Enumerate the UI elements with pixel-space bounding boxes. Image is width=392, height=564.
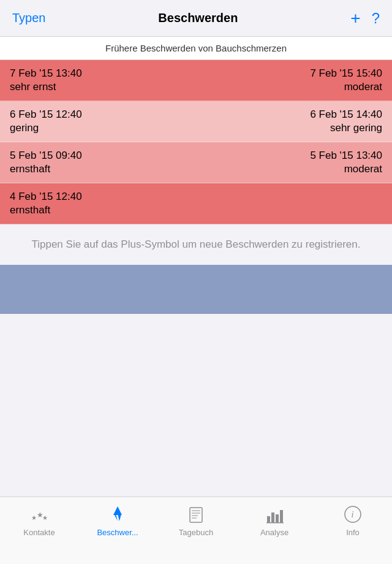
beschwerden-icon xyxy=(107,503,129,525)
complaints-list: 7 Feb '15 13:40 sehr ernst 7 Feb '15 15:… xyxy=(0,60,392,224)
svg-rect-11 xyxy=(267,516,270,522)
header-actions: + ? xyxy=(350,10,380,27)
analyse-icon xyxy=(263,503,285,525)
tagebuch-icon xyxy=(185,503,207,525)
end-severity: moderat xyxy=(344,81,382,93)
tab-beschwerden[interactable]: Beschwer... xyxy=(87,503,148,537)
tab-kontakte[interactable]: ★ ★ ★ Kontakte xyxy=(9,503,70,537)
info-icon: i xyxy=(342,503,364,525)
svg-text:i: i xyxy=(352,510,354,519)
start-date: 6 Feb '15 12:40 xyxy=(10,109,82,121)
add-button[interactable]: + xyxy=(350,10,360,27)
svg-rect-13 xyxy=(276,514,279,522)
start-severity: ernsthaft xyxy=(10,163,82,175)
list-item[interactable]: 7 Feb '15 13:40 sehr ernst 7 Feb '15 15:… xyxy=(0,60,392,101)
start-date: 7 Feb '15 13:40 xyxy=(10,67,82,80)
tab-analyse[interactable]: Analyse xyxy=(244,503,305,537)
tab-label-tagebuch: Tagebuch xyxy=(179,528,213,537)
list-item[interactable]: 4 Feb '15 12:40 ernsthaft xyxy=(0,183,392,224)
tab-label-kontakte: Kontakte xyxy=(23,528,55,537)
svg-text:★: ★ xyxy=(42,514,48,521)
end-date: 6 Feb '15 14:40 xyxy=(310,109,382,121)
svg-marker-3 xyxy=(113,506,122,515)
end-date: 7 Feb '15 15:40 xyxy=(310,67,382,80)
tab-info[interactable]: i Info xyxy=(322,503,383,537)
tab-label-analyse: Analyse xyxy=(260,528,288,537)
kontakte-icon: ★ ★ ★ xyxy=(28,503,50,525)
section-header: Frühere Beschwerden von Bauchschmerzen xyxy=(0,37,392,60)
start-severity: gering xyxy=(10,122,82,134)
svg-rect-6 xyxy=(190,508,202,522)
svg-marker-5 xyxy=(118,514,121,521)
svg-rect-15 xyxy=(266,522,284,524)
tab-bar: ★ ★ ★ Kontakte Beschwer... xyxy=(0,497,392,564)
svg-rect-14 xyxy=(280,510,283,522)
tab-label-info: Info xyxy=(346,528,360,537)
hint-area: Tippen Sie auf das Plus-Symbol um neue B… xyxy=(0,224,392,265)
list-item[interactable]: 5 Feb '15 09:40 ernsthaft 5 Feb '15 13:4… xyxy=(0,142,392,183)
start-severity: ernsthaft xyxy=(10,204,82,216)
svg-rect-12 xyxy=(271,513,274,522)
end-severity: moderat xyxy=(344,163,382,175)
header: Typen Beschwerden + ? xyxy=(0,0,392,37)
start-severity: sehr ernst xyxy=(10,81,82,93)
svg-text:★: ★ xyxy=(31,514,37,521)
page-title: Beschwerden xyxy=(158,11,238,25)
tab-tagebuch[interactable]: Tagebuch xyxy=(165,503,227,537)
hint-text: Tippen Sie auf das Plus-Symbol um neue B… xyxy=(31,238,360,250)
decorative-bar xyxy=(0,265,392,314)
end-severity: sehr gering xyxy=(330,122,382,134)
tab-label-beschwerden: Beschwer... xyxy=(97,528,138,537)
typen-button[interactable]: Typen xyxy=(12,11,45,25)
help-button[interactable]: ? xyxy=(372,10,380,27)
list-item[interactable]: 6 Feb '15 12:40 gering 6 Feb '15 14:40 s… xyxy=(0,101,392,142)
start-date: 4 Feb '15 12:40 xyxy=(10,191,82,203)
end-date: 5 Feb '15 13:40 xyxy=(310,150,382,162)
start-date: 5 Feb '15 09:40 xyxy=(10,150,82,162)
